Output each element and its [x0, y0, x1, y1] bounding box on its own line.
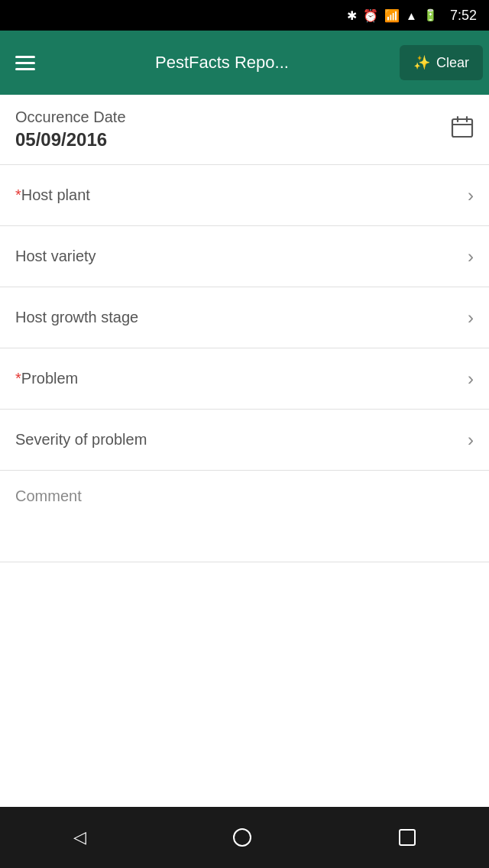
status-icons: ✱ ⏰ 📶 ▲ 🔋 [347, 8, 438, 23]
signal-icon: ▲ [406, 9, 417, 22]
recents-button[interactable] [384, 821, 431, 853]
occurrence-date-value: 05/09/2016 [15, 129, 451, 151]
host-plant-row[interactable]: *Host plant › [0, 165, 489, 226]
home-button[interactable] [218, 821, 267, 854]
hamburger-line-1 [15, 56, 35, 58]
occurrence-date-row[interactable]: Occurence Date 05/09/2016 [0, 95, 489, 165]
host-growth-stage-label: Host growth stage [15, 309, 138, 326]
alarm-icon: ⏰ [363, 8, 378, 23]
severity-label: Severity of problem [15, 431, 147, 448]
toolbar: PestFacts Repo... ✨ Clear [0, 31, 489, 95]
severity-content: Severity of problem [15, 431, 468, 449]
status-bar: ✱ ⏰ 📶 ▲ 🔋 7:52 [0, 0, 489, 31]
problem-row[interactable]: *Problem › [0, 348, 489, 410]
form-content: Occurence Date 05/09/2016 *Host plant › … [0, 95, 489, 807]
home-circle-icon [233, 828, 251, 847]
menu-button[interactable] [6, 47, 44, 79]
occurrence-date-label: Occurence Date [15, 108, 451, 126]
host-plant-chevron-icon: › [468, 185, 474, 206]
magic-wand-icon: ✨ [413, 54, 430, 71]
host-growth-stage-content: Host growth stage [15, 309, 468, 326]
bluetooth-icon: ✱ [347, 8, 357, 23]
svg-rect-0 [452, 119, 472, 137]
host-variety-row[interactable]: Host variety › [0, 226, 489, 287]
clear-button[interactable]: ✨ Clear [400, 45, 483, 80]
host-variety-chevron-icon: › [468, 246, 474, 267]
severity-row[interactable]: Severity of problem › [0, 410, 489, 471]
problem-chevron-icon: › [468, 368, 474, 390]
battery-icon: 🔋 [423, 8, 438, 22]
back-button[interactable] [58, 820, 102, 855]
clear-label: Clear [436, 55, 469, 71]
host-variety-label: Host variety [15, 248, 96, 264]
page-title: PestFacts Repo... [52, 53, 392, 73]
hamburger-line-2 [15, 62, 35, 64]
host-plant-content: *Host plant [15, 186, 468, 204]
comment-label: Comment [15, 487, 474, 505]
calendar-icon[interactable] [451, 115, 474, 144]
host-growth-stage-row[interactable]: Host growth stage › [0, 287, 489, 348]
host-variety-content: Host variety [15, 248, 468, 265]
wifi-icon: 📶 [384, 8, 400, 23]
host-plant-required-star: * [15, 186, 21, 203]
problem-label: *Problem [15, 370, 78, 387]
status-time: 7:52 [450, 8, 477, 24]
host-growth-stage-chevron-icon: › [468, 307, 474, 329]
host-plant-label: *Host plant [15, 186, 90, 203]
recents-square-icon [399, 829, 416, 846]
severity-chevron-icon: › [468, 429, 474, 451]
occurrence-date-content: Occurence Date 05/09/2016 [15, 108, 451, 151]
bottom-nav [0, 807, 489, 868]
comment-row[interactable]: Comment [0, 471, 489, 562]
hamburger-line-3 [15, 68, 35, 70]
problem-content: *Problem [15, 370, 468, 387]
problem-required-star: * [15, 370, 21, 387]
